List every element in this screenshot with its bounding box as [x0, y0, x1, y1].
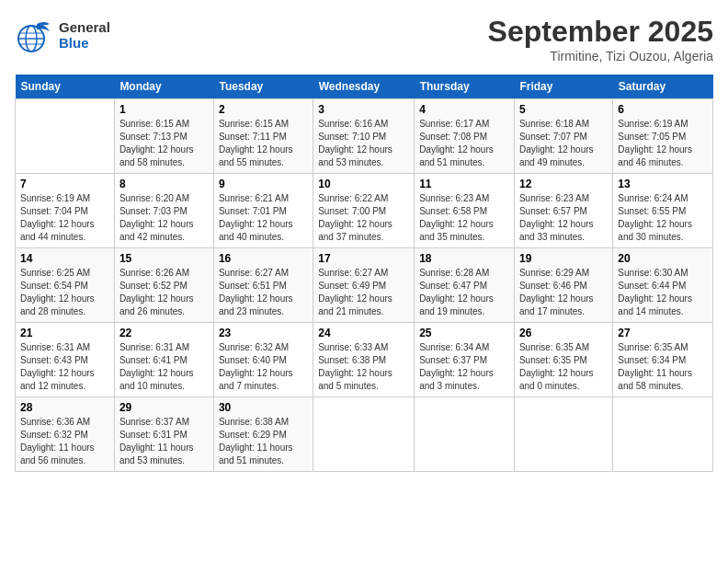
day-number: 30	[219, 401, 308, 414]
col-header-tuesday: Tuesday	[213, 75, 313, 99]
day-info: Sunrise: 6:19 AMSunset: 7:05 PMDaylight:…	[618, 118, 708, 169]
day-cell: 22Sunrise: 6:31 AMSunset: 6:41 PMDayligh…	[114, 323, 213, 397]
day-cell: 10Sunrise: 6:22 AMSunset: 7:00 PMDayligh…	[313, 174, 415, 248]
day-number: 13	[618, 178, 708, 190]
day-number: 29	[119, 401, 209, 414]
col-header-wednesday: Wednesday	[313, 75, 415, 99]
day-info: Sunrise: 6:33 AMSunset: 6:38 PMDaylight:…	[318, 341, 409, 393]
day-number: 5	[519, 103, 608, 116]
day-cell: 2Sunrise: 6:15 AMSunset: 7:11 PMDaylight…	[213, 99, 313, 174]
day-info: Sunrise: 6:27 AMSunset: 6:49 PMDaylight:…	[318, 267, 409, 318]
day-number: 25	[419, 327, 509, 339]
day-info: Sunrise: 6:19 AMSunset: 7:04 PMDaylight:…	[20, 192, 109, 244]
day-cell: 13Sunrise: 6:24 AMSunset: 6:55 PMDayligh…	[613, 174, 713, 248]
day-cell: 12Sunrise: 6:23 AMSunset: 6:57 PMDayligh…	[514, 174, 612, 248]
day-info: Sunrise: 6:35 AMSunset: 6:34 PMDaylight:…	[618, 341, 708, 393]
day-number: 8	[119, 178, 209, 190]
day-info: Sunrise: 6:32 AMSunset: 6:40 PMDaylight:…	[219, 341, 308, 393]
day-number: 7	[20, 178, 109, 190]
day-cell: 27Sunrise: 6:35 AMSunset: 6:34 PMDayligh…	[613, 323, 713, 397]
week-row-1: 1Sunrise: 6:15 AMSunset: 7:13 PMDaylight…	[16, 99, 713, 174]
day-number: 26	[519, 327, 608, 339]
col-header-friday: Friday	[514, 75, 612, 99]
week-row-2: 7Sunrise: 6:19 AMSunset: 7:04 PMDaylight…	[16, 174, 713, 248]
day-info: Sunrise: 6:35 AMSunset: 6:35 PMDaylight:…	[519, 341, 608, 393]
day-cell: 20Sunrise: 6:30 AMSunset: 6:44 PMDayligh…	[613, 248, 713, 323]
day-cell	[613, 397, 713, 472]
col-header-thursday: Thursday	[415, 75, 515, 99]
day-cell	[514, 397, 612, 472]
day-info: Sunrise: 6:34 AMSunset: 6:37 PMDaylight:…	[419, 341, 509, 393]
day-info: Sunrise: 6:28 AMSunset: 6:47 PMDaylight:…	[419, 267, 509, 318]
day-info: Sunrise: 6:24 AMSunset: 6:55 PMDaylight:…	[618, 192, 708, 244]
day-number: 18	[419, 252, 509, 265]
day-cell: 6Sunrise: 6:19 AMSunset: 7:05 PMDaylight…	[613, 99, 713, 174]
day-number: 19	[519, 252, 608, 265]
day-cell: 30Sunrise: 6:38 AMSunset: 6:29 PMDayligh…	[213, 397, 313, 472]
day-info: Sunrise: 6:18 AMSunset: 7:07 PMDaylight:…	[519, 118, 608, 169]
day-info: Sunrise: 6:23 AMSunset: 6:58 PMDaylight:…	[419, 192, 509, 244]
col-header-sunday: Sunday	[16, 75, 115, 99]
day-cell: 3Sunrise: 6:16 AMSunset: 7:10 PMDaylight…	[313, 99, 415, 174]
day-info: Sunrise: 6:23 AMSunset: 6:57 PMDaylight:…	[519, 192, 608, 244]
day-number: 2	[219, 103, 308, 116]
day-info: Sunrise: 6:20 AMSunset: 7:03 PMDaylight:…	[119, 192, 209, 244]
day-number: 21	[20, 327, 109, 339]
day-number: 23	[219, 327, 308, 339]
logo-text: General Blue	[59, 19, 110, 51]
day-number: 6	[618, 103, 708, 116]
day-number: 24	[318, 327, 409, 339]
page-header: General Blue September 2025 Tirmitine, T…	[15, 15, 713, 63]
day-number: 20	[618, 252, 708, 265]
col-header-saturday: Saturday	[613, 75, 713, 99]
day-info: Sunrise: 6:25 AMSunset: 6:54 PMDaylight:…	[20, 267, 109, 318]
day-info: Sunrise: 6:27 AMSunset: 6:51 PMDaylight:…	[219, 267, 308, 318]
day-info: Sunrise: 6:31 AMSunset: 6:41 PMDaylight:…	[119, 341, 209, 393]
day-number: 12	[519, 178, 608, 190]
day-cell: 24Sunrise: 6:33 AMSunset: 6:38 PMDayligh…	[313, 323, 415, 397]
day-cell: 18Sunrise: 6:28 AMSunset: 6:47 PMDayligh…	[415, 248, 515, 323]
day-number: 3	[318, 103, 409, 116]
day-cell: 19Sunrise: 6:29 AMSunset: 6:46 PMDayligh…	[514, 248, 612, 323]
day-cell: 15Sunrise: 6:26 AMSunset: 6:52 PMDayligh…	[114, 248, 213, 323]
day-info: Sunrise: 6:21 AMSunset: 7:01 PMDaylight:…	[219, 192, 308, 244]
week-row-5: 28Sunrise: 6:36 AMSunset: 6:32 PMDayligh…	[16, 397, 713, 472]
day-number: 22	[119, 327, 209, 339]
day-cell: 8Sunrise: 6:20 AMSunset: 7:03 PMDaylight…	[114, 174, 213, 248]
location: Tirmitine, Tizi Ouzou, Algeria	[488, 49, 713, 63]
day-cell: 5Sunrise: 6:18 AMSunset: 7:07 PMDaylight…	[514, 99, 612, 174]
day-cell: 14Sunrise: 6:25 AMSunset: 6:54 PMDayligh…	[16, 248, 115, 323]
day-cell: 26Sunrise: 6:35 AMSunset: 6:35 PMDayligh…	[514, 323, 612, 397]
week-row-4: 21Sunrise: 6:31 AMSunset: 6:43 PMDayligh…	[16, 323, 713, 397]
day-cell	[415, 397, 515, 472]
day-info: Sunrise: 6:16 AMSunset: 7:10 PMDaylight:…	[318, 118, 409, 169]
day-number: 9	[219, 178, 308, 190]
day-number: 16	[219, 252, 308, 265]
title-block: September 2025 Tirmitine, Tizi Ouzou, Al…	[488, 15, 713, 63]
day-cell: 9Sunrise: 6:21 AMSunset: 7:01 PMDaylight…	[213, 174, 313, 248]
day-info: Sunrise: 6:15 AMSunset: 7:11 PMDaylight:…	[219, 118, 308, 169]
month-title: September 2025	[488, 15, 713, 49]
day-cell: 21Sunrise: 6:31 AMSunset: 6:43 PMDayligh…	[16, 323, 115, 397]
day-number: 28	[20, 401, 109, 414]
day-info: Sunrise: 6:30 AMSunset: 6:44 PMDaylight:…	[618, 267, 708, 318]
day-info: Sunrise: 6:36 AMSunset: 6:32 PMDaylight:…	[20, 416, 109, 467]
day-info: Sunrise: 6:26 AMSunset: 6:52 PMDaylight:…	[119, 267, 209, 318]
day-info: Sunrise: 6:38 AMSunset: 6:29 PMDaylight:…	[219, 416, 308, 467]
day-cell: 1Sunrise: 6:15 AMSunset: 7:13 PMDaylight…	[114, 99, 213, 174]
day-cell: 11Sunrise: 6:23 AMSunset: 6:58 PMDayligh…	[415, 174, 515, 248]
day-cell	[313, 397, 415, 472]
logo: General Blue	[15, 15, 110, 55]
day-info: Sunrise: 6:29 AMSunset: 6:46 PMDaylight:…	[519, 267, 608, 318]
logo-icon	[15, 15, 55, 55]
day-number: 10	[318, 178, 409, 190]
day-cell: 25Sunrise: 6:34 AMSunset: 6:37 PMDayligh…	[415, 323, 515, 397]
day-info: Sunrise: 6:31 AMSunset: 6:43 PMDaylight:…	[20, 341, 109, 393]
day-cell: 7Sunrise: 6:19 AMSunset: 7:04 PMDaylight…	[16, 174, 115, 248]
day-info: Sunrise: 6:37 AMSunset: 6:31 PMDaylight:…	[119, 416, 209, 467]
day-cell: 16Sunrise: 6:27 AMSunset: 6:51 PMDayligh…	[213, 248, 313, 323]
day-number: 27	[618, 327, 708, 339]
day-number: 11	[419, 178, 509, 190]
week-row-3: 14Sunrise: 6:25 AMSunset: 6:54 PMDayligh…	[16, 248, 713, 323]
col-header-monday: Monday	[114, 75, 213, 99]
